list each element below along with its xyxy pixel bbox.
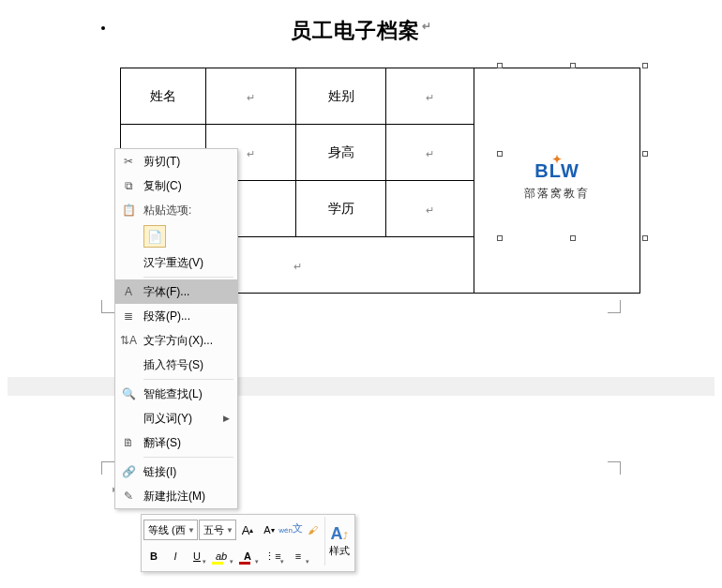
menu-separator <box>143 277 233 278</box>
cell-edu-label[interactable]: 学历 <box>296 181 386 237</box>
menu-separator <box>143 379 233 380</box>
mini-toolbar: 等线 (西文▼ 五号▼ A▴ A▾ wén文 🖌 B I U▾ ab ▾ <box>141 514 355 572</box>
cell-name-label[interactable]: 姓名 <box>121 68 206 125</box>
menu-cut[interactable]: ✂ 剪切(T) <box>115 149 237 173</box>
font-color-button[interactable]: A ▾ <box>235 545 260 567</box>
format-painter-button[interactable]: 🖌 <box>302 519 323 541</box>
menu-link[interactable]: 🔗 链接(I) <box>115 460 237 484</box>
menu-insert-symbol[interactable]: 插入符号(S) <box>115 353 237 377</box>
menu-paragraph[interactable]: ≣ 段落(P)... <box>115 304 237 328</box>
menu-smart-lookup[interactable]: 🔍 智能查找(L) <box>115 382 237 406</box>
resize-handle[interactable] <box>497 151 503 157</box>
menu-font[interactable]: A 字体(F)... <box>115 279 237 304</box>
text-direction-icon: ⇅A <box>119 331 138 350</box>
resize-handle[interactable] <box>642 151 648 157</box>
logo-main: B✦LW <box>534 160 579 182</box>
page-title: 员工电子档案↵ <box>8 17 714 45</box>
table-row[interactable]: 姓名 ↵ 姓别 ↵ B✦LW 部落窝教育 <box>121 68 640 125</box>
cell-gender-label[interactable]: 姓别 <box>296 68 386 125</box>
paste-keep-source-button[interactable]: 📄 <box>143 225 166 248</box>
cut-icon: ✂ <box>119 152 138 171</box>
shrink-font-button[interactable]: A▾ <box>259 519 279 541</box>
link-icon: 🔗 <box>119 462 138 481</box>
cell-name-value[interactable]: ↵ <box>205 68 295 125</box>
resize-handle[interactable] <box>570 63 576 68</box>
menu-reconvert[interactable]: 汉字重选(V) <box>115 250 237 275</box>
styles-icon: A⤴ <box>331 524 348 544</box>
copy-icon: ⧉ <box>119 176 138 195</box>
chevron-down-icon: ▼ <box>226 526 233 535</box>
font-size-combo[interactable]: 五号▼ <box>199 520 236 540</box>
font-name-combo[interactable]: 等线 (西文▼ <box>143 520 198 540</box>
highlight-button[interactable]: ab ▾ <box>208 545 234 567</box>
paragraph-icon: ≣ <box>119 307 138 325</box>
cell-gender-value[interactable]: ↵ <box>386 68 474 125</box>
numbering-button[interactable]: ≡▾ <box>286 545 310 567</box>
menu-synonyms[interactable]: 同义词(Y) ▶ <box>115 406 237 430</box>
menu-new-comment[interactable]: ✎ 新建批注(M) <box>115 484 237 508</box>
styles-button[interactable]: A⤴ 样式 <box>324 517 353 565</box>
resize-handle[interactable] <box>570 235 576 241</box>
cell-edu-value[interactable]: ↵ <box>386 181 474 237</box>
menu-text-direction[interactable]: ⇅A 文字方向(X)... <box>115 328 237 353</box>
paragraph-mark: ↵ <box>422 20 432 33</box>
italic-button[interactable]: I <box>165 545 186 567</box>
paste-options-row: 📄 <box>115 222 237 250</box>
cell-photo[interactable]: B✦LW 部落窝教育 <box>474 68 640 294</box>
paste-icon: 📋 <box>119 201 138 219</box>
menu-copy[interactable]: ⧉ 复制(C) <box>115 173 237 198</box>
page-corner <box>598 291 621 313</box>
page-corner <box>598 461 621 484</box>
menu-paste-options-header: 📋 粘贴选项: <box>115 198 237 222</box>
menu-separator <box>143 457 233 458</box>
chevron-right-icon: ▶ <box>223 414 230 423</box>
phonetic-guide-button[interactable]: wén文 <box>280 519 301 541</box>
blank-icon <box>119 409 138 428</box>
grow-font-button[interactable]: A▴ <box>237 519 258 541</box>
resize-handle[interactable] <box>497 235 503 241</box>
comment-icon: ✎ <box>119 487 138 505</box>
blank-icon <box>119 253 138 272</box>
blank-icon <box>119 355 138 374</box>
cell-height-label[interactable]: 身高 <box>296 125 386 181</box>
logo: B✦LW 部落窝教育 <box>474 160 639 202</box>
menu-translate[interactable]: 🗎 翻译(S) <box>115 430 237 455</box>
search-icon: 🔍 <box>119 384 138 403</box>
title-text: 员工电子档案 <box>291 19 420 42</box>
cell-height-value[interactable]: ↵ <box>386 125 474 181</box>
bullets-button[interactable]: ⋮≡▾ <box>261 545 285 567</box>
resize-handle[interactable] <box>497 63 503 68</box>
underline-button[interactable]: U▾ <box>187 545 207 567</box>
chevron-down-icon: ▼ <box>188 526 195 535</box>
logo-subtitle: 部落窝教育 <box>524 186 590 202</box>
font-icon: A <box>119 282 138 301</box>
resize-handle[interactable] <box>642 63 648 68</box>
translate-icon: 🗎 <box>119 433 138 452</box>
bold-button[interactable]: B <box>143 545 164 567</box>
context-menu: ✂ 剪切(T) ⧉ 复制(C) 📋 粘贴选项: 📄 汉字重选(V) A 字体(F… <box>114 148 238 509</box>
resize-handle[interactable] <box>642 235 648 241</box>
